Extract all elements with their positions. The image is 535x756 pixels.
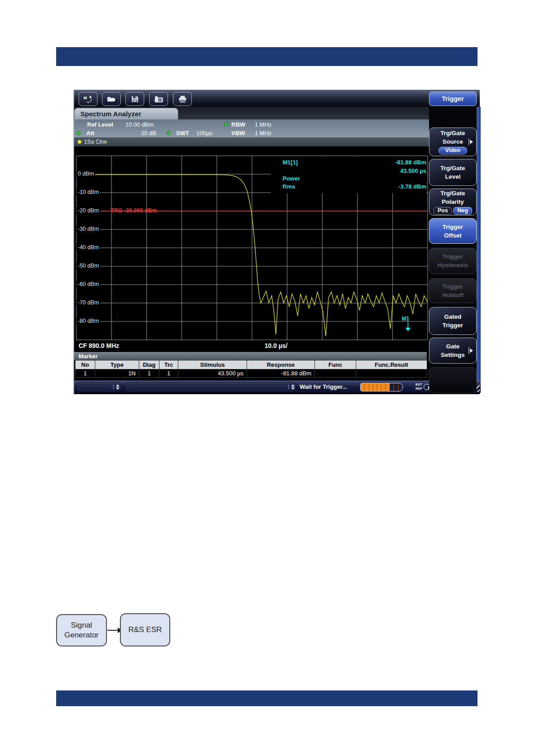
toggle-option-neg[interactable]: Neg xyxy=(453,207,472,215)
marker-table-header: No Type Diag Trc Stimulus Response Func … xyxy=(75,360,427,369)
open-folder-icon xyxy=(107,96,116,103)
softkey-trigger-offset[interactable]: TriggerOffset xyxy=(429,218,477,244)
save-floppy-icon xyxy=(131,96,139,103)
y-axis-label: -60 dBm xyxy=(76,281,100,288)
softkey-trigger-hysteresis: TriggerHysteresis xyxy=(429,248,477,274)
tab-spectrum-analyzer[interactable]: Spectrum Analyzer xyxy=(74,108,178,119)
y-axis-label: 0 dBm xyxy=(76,170,95,178)
ref-label: REF xyxy=(416,387,422,391)
toolbar: M xyxy=(74,90,480,107)
y-axis-label: -40 dBm xyxy=(76,244,100,251)
softkey-column: Trg/GateSourceVideoTrg/GateLevelTrg/Gate… xyxy=(429,107,481,381)
vbw-value[interactable]: 1 MHz xyxy=(255,130,272,136)
submenu-arrow-icon xyxy=(469,347,473,354)
measurement-diagram: M1 TRG -20.000 dBm M1[1] -81.88 dBm 43.5… xyxy=(75,146,429,340)
status-dropdown-2[interactable] xyxy=(124,382,297,392)
att-value[interactable]: 20 dB xyxy=(141,130,156,136)
softkey-label: Trigger xyxy=(442,224,463,230)
softkey-trg-gate-source[interactable]: Trg/GateSourceVideo xyxy=(429,127,477,156)
swt-label: SWT xyxy=(176,130,189,136)
softkey-label: Hysteresis xyxy=(438,262,468,268)
print-button[interactable] xyxy=(173,92,192,106)
cell-diag[interactable]: 1 xyxy=(139,369,159,378)
col-diag: Diag xyxy=(139,360,159,369)
att-led xyxy=(76,131,80,135)
softkey-label: Settings xyxy=(441,352,464,358)
softkey-gated-trigger[interactable]: GatedTrigger xyxy=(429,307,477,335)
print-icon xyxy=(178,96,187,103)
diagram-box1-line1: Signal xyxy=(71,620,92,630)
marker1-response: -81.88 dBm xyxy=(395,159,426,166)
trace-plot: M1 xyxy=(75,146,429,340)
cell-trc[interactable]: 1 xyxy=(159,369,178,378)
rms-value: -3.78 dBm xyxy=(398,183,426,190)
softkey-label: Offset xyxy=(444,232,461,239)
status-dropdown-1[interactable] xyxy=(76,382,122,392)
spinner-icon[interactable] xyxy=(288,384,295,390)
page-header-bar xyxy=(56,47,478,66)
col-stimulus: Stimulus xyxy=(178,360,247,369)
multiview-icon: M xyxy=(84,95,93,103)
swt-value[interactable]: 100µs xyxy=(196,130,212,136)
open-button[interactable] xyxy=(102,92,121,106)
trace1-label: 1Sa Clrw xyxy=(84,139,107,145)
softkey-label: Gated xyxy=(444,313,461,320)
trigger-line-label: TRG -20.000 dBm xyxy=(111,207,157,215)
cell-type[interactable]: 1N xyxy=(95,369,139,378)
col-response: Response xyxy=(247,360,315,369)
softkey-strip xyxy=(477,107,481,381)
swt-led xyxy=(167,131,171,135)
softkey-menu-title: Trigger xyxy=(429,92,477,106)
y-axis-label: -50 dBm xyxy=(76,262,100,270)
marker-table-row[interactable]: 1 1N 1 1 43.500 µs -81.88 dBm xyxy=(75,369,427,378)
multiview-button[interactable]: M xyxy=(79,92,97,106)
softkey-gate-settings[interactable]: GateSettings xyxy=(429,338,477,364)
cell-no[interactable]: 1 xyxy=(75,369,95,378)
y-axis-label: -20 dBm xyxy=(76,207,100,215)
ref-level-label: Ref Level xyxy=(87,121,113,128)
softkey-trg-gate-polarity[interactable]: Trg/GatePolarityPosNeg xyxy=(429,189,477,215)
diagram-box-rs-esr: R&S ESR xyxy=(120,613,170,646)
status-message: Wait for Trigger... xyxy=(300,383,347,390)
y-axis-label: -30 dBm xyxy=(76,225,100,233)
trace-indicator-bar: 1Sa Clrw xyxy=(74,137,429,146)
marker1-name: M1[1] xyxy=(283,159,298,166)
softkey-trg-gate-level[interactable]: Trg/GateLevel xyxy=(429,159,477,186)
cell-func-result[interactable] xyxy=(356,369,427,378)
save-button[interactable] xyxy=(125,92,144,106)
marker1-flag-label: M1 xyxy=(402,316,409,322)
manual-page: M xyxy=(0,0,535,756)
softkey-label: Polarity xyxy=(442,198,464,205)
softkey-selected-option[interactable]: Video xyxy=(438,147,467,154)
cell-func[interactable] xyxy=(315,369,356,378)
screenshot-camera-icon xyxy=(154,96,164,103)
screenshot-button[interactable] xyxy=(149,92,168,106)
tab-row: Spectrum Analyzer xyxy=(74,107,429,119)
rbw-label: RBW xyxy=(231,121,245,128)
cell-response[interactable]: -81.88 dBm xyxy=(247,369,315,378)
submenu-arrow-icon xyxy=(469,138,473,145)
diagram-box-signal-generator: Signal Generator xyxy=(56,614,107,646)
rbw-led xyxy=(224,123,228,127)
marker-section-header: Marker xyxy=(74,352,427,360)
col-no: No xyxy=(75,360,95,369)
col-type: Type xyxy=(95,360,139,369)
sweep-time-per-div-label: 10.0 µs/ xyxy=(265,342,287,349)
toggle-option-pos[interactable]: Pos xyxy=(433,207,452,215)
spinner-icon[interactable] xyxy=(113,384,119,390)
rms-label: Rms xyxy=(283,183,295,190)
power-label: Power xyxy=(283,175,300,182)
trace1-dot-icon xyxy=(78,140,81,144)
softkey-label: Trigger xyxy=(442,322,463,329)
col-trc: Trc xyxy=(159,360,178,369)
sweep-progress-bar xyxy=(360,383,403,391)
marker-section-title: Marker xyxy=(79,353,98,360)
ref-level-value[interactable]: 10.00 dBm xyxy=(125,121,154,128)
softkey-empty-slot xyxy=(429,367,477,393)
svg-text:M: M xyxy=(84,96,87,100)
softkey-label: Holdoff xyxy=(442,292,463,299)
rbw-value[interactable]: 1 MHz xyxy=(255,121,272,128)
y-axis-label: -80 dBm xyxy=(76,317,100,325)
cell-stimulus[interactable]: 43.500 µs xyxy=(178,369,247,378)
softkey-toggle: PosNeg xyxy=(433,207,472,215)
